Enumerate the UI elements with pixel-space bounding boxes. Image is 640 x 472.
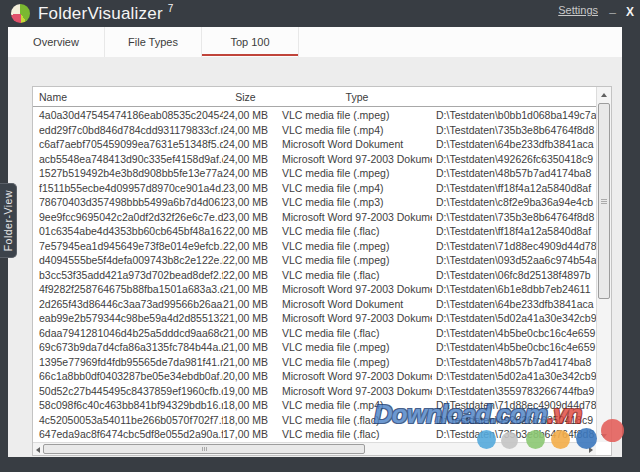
cell-file-path: D:\Testdaten\4b5be0cbc16c4e659 bbox=[432, 327, 596, 339]
cell-file-name: 647eda9ac8f6474cbc5df8e055d2a90a.flac bbox=[33, 428, 223, 440]
cell-file-size: 17,00 MB bbox=[223, 428, 268, 440]
cell-file-type: Microsoft Word 97-2003 Dokument bbox=[268, 211, 432, 223]
table-row[interactable]: 1395e77969fd4fdb95565de7da981f41.mpeg 21… bbox=[33, 355, 596, 370]
table-row[interactable]: f1511b55ecbe4d09957d8970ce901a4d.mp4 23,… bbox=[33, 181, 596, 196]
column-header-size[interactable]: Size bbox=[223, 91, 268, 103]
cell-file-path: D:\Testdaten\735b3e8b64764f8d8 bbox=[432, 428, 596, 440]
vertical-scrollbar[interactable] bbox=[596, 87, 611, 442]
cell-file-path: D:\Testdaten\48b57b7ad4174ba8 bbox=[432, 167, 596, 179]
close-button[interactable]: X bbox=[626, 5, 634, 19]
cell-file-size: 21,00 MB bbox=[223, 283, 268, 295]
cell-file-name: 7e57945ea1d945649e73f8e014e9efcb.mpeg bbox=[33, 240, 223, 252]
cell-file-path: D:\Testdaten\492626fc6350418c9 bbox=[432, 414, 596, 426]
cell-file-size: 22,00 MB bbox=[223, 240, 268, 252]
cell-file-type: VLC media file (.mp4) bbox=[268, 182, 432, 194]
table-row[interactable]: d4094555be5f4defa009743b8c2e122e.mpeg 22… bbox=[33, 253, 596, 268]
table-row[interactable]: 50d52c27b445495c8437859ef1960cfb.doc 19,… bbox=[33, 384, 596, 399]
table-row[interactable]: edd29f7c0bd846d784cdd931179833cf.mp4 24,… bbox=[33, 123, 596, 138]
app-window: FolderVisualizer 7 Settings _ X Overview… bbox=[0, 0, 640, 472]
cell-file-size: 24,00 MB bbox=[223, 153, 268, 165]
cell-file-size: 19,00 MB bbox=[223, 385, 268, 397]
cell-file-name: 1527b519492b4e3b8d908bb5fe13e77a.mpeg bbox=[33, 167, 223, 179]
cell-file-size: 21,00 MB bbox=[223, 327, 268, 339]
table-row[interactable]: 66c1a8bb0df0403287be05e34ebdb0af.doc 20,… bbox=[33, 369, 596, 384]
cell-file-size: 21,00 MB bbox=[223, 356, 268, 368]
cell-file-size: 22,00 MB bbox=[223, 225, 268, 237]
cell-file-name: 4a0a30d47545474186eab08535c20454.mpeg bbox=[33, 109, 223, 121]
cell-file-type: VLC media file (.mpeg) bbox=[268, 167, 432, 179]
scroll-down-icon[interactable] bbox=[601, 434, 607, 438]
cell-file-name: 01c6354abe4d4353bb60cb645bf48a16.flac bbox=[33, 225, 223, 237]
tab-file-types[interactable]: File Types bbox=[105, 27, 202, 57]
title-bar: FolderVisualizer 7 Settings _ X bbox=[0, 0, 640, 27]
table-row[interactable]: 4f9282f258764675b88fba1501a683a3.doc 21,… bbox=[33, 282, 596, 297]
cell-file-path: D:\Testdaten\71d88ec4909d44d78 bbox=[432, 240, 596, 252]
cell-file-type: VLC media file (.flac) bbox=[268, 225, 432, 237]
cell-file-type: VLC media file (.mpeg) bbox=[268, 109, 432, 121]
table-row[interactable]: 78670403d357498bbb5499a6b7d4d061.mp3 23,… bbox=[33, 195, 596, 210]
cell-file-type: VLC media file (.mp4) bbox=[268, 399, 432, 411]
table-row[interactable]: eab99e2b579344c98be59a4d2d855132.doc 21,… bbox=[33, 311, 596, 326]
table-row[interactable]: 647eda9ac8f6474cbc5df8e055d2a90a.flac 17… bbox=[33, 427, 596, 442]
cell-file-size: 21,00 MB bbox=[223, 341, 268, 353]
cell-file-type: VLC media file (.mpeg) bbox=[268, 240, 432, 252]
table-row[interactable]: 2d265f43d86446c3aa73ad99566b26aa.docx 21… bbox=[33, 297, 596, 312]
column-header-type[interactable]: Type bbox=[268, 91, 446, 103]
tab-bar: Overview File Types Top 100 bbox=[8, 27, 622, 57]
content-area: Name Size Type 4a0a30d47545474186eab0853… bbox=[8, 57, 622, 457]
top-100-table-panel: Name Size Type 4a0a30d47545474186eab0853… bbox=[32, 86, 612, 456]
table-row[interactable]: 1527b519492b4e3b8d908bb5fe13e77a.mpeg 24… bbox=[33, 166, 596, 181]
cell-file-path: D:\Testdaten\5d02a41a30e342cb9 bbox=[432, 370, 596, 382]
table-row[interactable]: 58c098f6c40c463bb841bf94329bdb16.mp4 18,… bbox=[33, 398, 596, 413]
cell-file-path: D:\Testdaten\093d52aa6c974b54a bbox=[432, 254, 596, 266]
cell-file-name: d4094555be5f4defa009743b8c2e122e.mpeg bbox=[33, 254, 223, 266]
cell-file-type: Microsoft Word 97-2003 Dokument bbox=[268, 283, 432, 295]
sidebar-tab-folder-view[interactable]: Folder-View bbox=[0, 183, 17, 258]
app-title-text: FolderVisualizer bbox=[38, 4, 163, 23]
cell-file-size: 20,00 MB bbox=[223, 370, 268, 382]
cell-file-name: 9ee9fcc9695042c2a0df2d32f26e6c7e.doc bbox=[33, 211, 223, 223]
table-row[interactable]: 4a0a30d47545474186eab08535c20454.mpeg 24… bbox=[33, 108, 596, 123]
table-row[interactable]: b3cc53f35add421a973d702bead8def2.flac 22… bbox=[33, 268, 596, 283]
tab-top-100[interactable]: Top 100 bbox=[202, 27, 299, 57]
sidebar-tab-folder-view-label: Folder-View bbox=[2, 190, 14, 251]
vertical-scrollbar-thumb[interactable] bbox=[598, 103, 610, 299]
scroll-right-icon[interactable] bbox=[589, 447, 593, 453]
cell-file-size: 22,00 MB bbox=[223, 269, 268, 281]
cell-file-type: VLC media file (.flac) bbox=[268, 327, 432, 339]
column-header-name[interactable]: Name bbox=[33, 91, 223, 103]
table-row[interactable]: 4c52050053a54011be266b0570f702f7.flac 18… bbox=[33, 413, 596, 428]
table-row[interactable]: c6af7aebf705459099ea7631e51348f5.docx 24… bbox=[33, 137, 596, 152]
cell-file-path: D:\Testdaten\735b3e8b64764f8d8 bbox=[432, 211, 596, 223]
minimize-button[interactable]: _ bbox=[609, 1, 616, 15]
settings-link[interactable]: Settings bbox=[558, 4, 598, 16]
cell-file-type: Microsoft Word Dokument bbox=[268, 298, 432, 310]
horizontal-scrollbar[interactable] bbox=[33, 442, 596, 455]
scroll-up-icon[interactable] bbox=[601, 93, 607, 97]
cell-file-name: 50d52c27b445495c8437859ef1960cfb.doc bbox=[33, 385, 223, 397]
cell-file-size: 18,00 MB bbox=[223, 399, 268, 411]
cell-file-path: D:\Testdaten\06fc8d25138f4897b bbox=[432, 269, 596, 281]
cell-file-path: D:\Testdaten\64be233dfb3841aca bbox=[432, 138, 596, 150]
cell-file-path: D:\Testdaten\5d02a41a30e342cb9 bbox=[432, 312, 596, 324]
table-row[interactable]: 6daa7941281046d4b25a5dddcd9aa68d.flac 21… bbox=[33, 326, 596, 341]
table-row[interactable]: 9ee9fcc9695042c2a0df2d32f26e6c7e.doc 23,… bbox=[33, 210, 596, 225]
cell-file-name: acb5548ea748413d90c335ef4158d9af.doc bbox=[33, 153, 223, 165]
table-row[interactable]: 69c673b9da7d4cfa86a3135fc784b44a.mpeg 21… bbox=[33, 340, 596, 355]
cell-file-name: 2d265f43d86446c3aa73ad99566b26aa.docx bbox=[33, 298, 223, 310]
horizontal-scrollbar-thumb[interactable] bbox=[43, 444, 365, 454]
table-row[interactable]: 7e57945ea1d945649e73f8e014e9efcb.mpeg 22… bbox=[33, 239, 596, 254]
table-row[interactable]: 01c6354abe4d4353bb60cb645bf48a16.flac 22… bbox=[33, 224, 596, 239]
tab-overview[interactable]: Overview bbox=[8, 27, 105, 57]
scroll-left-icon[interactable] bbox=[36, 447, 40, 453]
cell-file-size: 18,00 MB bbox=[223, 414, 268, 426]
cell-file-path: D:\Testdaten\48b57b7ad4174ba8 bbox=[432, 356, 596, 368]
cell-file-name: 6daa7941281046d4b25a5dddcd9aa68d.flac bbox=[33, 327, 223, 339]
cell-file-name: f1511b55ecbe4d09957d8970ce901a4d.mp4 bbox=[33, 182, 223, 194]
cell-file-type: Microsoft Word 97-2003 Dokument bbox=[268, 312, 432, 324]
app-title: FolderVisualizer 7 bbox=[38, 3, 173, 24]
app-logo-pie-icon bbox=[11, 4, 30, 23]
cell-file-path: D:\Testdaten\ff18f4a12a5840d8af bbox=[432, 225, 596, 237]
cell-file-size: 21,00 MB bbox=[223, 312, 268, 324]
table-row[interactable]: acb5548ea748413d90c335ef4158d9af.doc 24,… bbox=[33, 152, 596, 167]
